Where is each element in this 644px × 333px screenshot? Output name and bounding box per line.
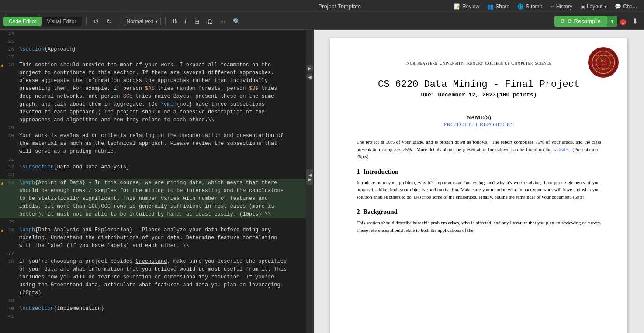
expand-left-button[interactable]: ◀ bbox=[306, 73, 313, 80]
layout-icon: ▣ bbox=[580, 3, 585, 10]
italic-button[interactable]: I bbox=[182, 16, 189, 27]
expand-right-button[interactable]: ▶ bbox=[306, 65, 313, 72]
recompile-button[interactable]: ⟳ ⟳ Recompile bbox=[554, 16, 607, 27]
table-row: 33 bbox=[0, 171, 306, 179]
pdf-divider-2 bbox=[357, 103, 601, 103]
layout-chevron-icon: ▾ bbox=[604, 3, 607, 10]
toolbar-separator-3 bbox=[165, 17, 166, 26]
toolbar-separator-2 bbox=[119, 17, 119, 26]
table-row: 40 \subsection{Implementation} bbox=[0, 305, 306, 312]
pdf-section-2-text: This section should describe how this pr… bbox=[357, 219, 601, 233]
line-number: ▲28 bbox=[0, 61, 17, 69]
line-number: 40 bbox=[0, 305, 17, 312]
table-row: 39 bbox=[0, 297, 306, 305]
review-icon: 📝 bbox=[454, 3, 460, 10]
main-area: 24 25 26 \section{Approach} 27 ▲28 This … bbox=[0, 30, 644, 333]
table-button[interactable]: ⊞ bbox=[192, 16, 202, 27]
pdf-title: CS 6220 Data Mining - Final Project bbox=[357, 79, 601, 90]
layout-button[interactable]: ▣ Layout ▾ bbox=[578, 3, 609, 10]
line-content: \subsection{Implementation} bbox=[17, 305, 306, 312]
line-number: 35 bbox=[0, 218, 17, 226]
chat-button[interactable]: 💬 Cha... bbox=[612, 3, 640, 10]
line-content: \subsection{Data and Data Analysis} bbox=[17, 163, 306, 171]
table-row: 35 bbox=[0, 218, 306, 226]
history-button[interactable]: ↩ History bbox=[547, 3, 575, 10]
omega-button[interactable]: Ω bbox=[205, 16, 215, 27]
line-number: 27 bbox=[0, 53, 17, 61]
table-row: 24 bbox=[0, 30, 306, 38]
svg-text:NORTHEASTERN: NORTHEASTERN bbox=[595, 55, 612, 57]
editor-divider: ▶ ◀ ◀▶ bbox=[306, 30, 314, 333]
undo-button[interactable]: ↺ bbox=[91, 16, 101, 27]
download-button[interactable]: ⬇ bbox=[630, 15, 641, 27]
text-style-select[interactable]: Normal text ▾ bbox=[124, 17, 161, 26]
search-button[interactable]: 🔍 bbox=[230, 16, 243, 27]
line-number: 30 bbox=[0, 132, 17, 140]
code-editor-pane[interactable]: 24 25 26 \section{Approach} 27 ▲28 This … bbox=[0, 30, 306, 333]
line-number: 39 bbox=[0, 297, 17, 305]
pdf-section-1-text: Introduce us to your problem, why it's i… bbox=[357, 179, 601, 201]
table-row: 30 Your work is evaluated on criteria re… bbox=[0, 132, 306, 155]
app-title: Project-Template bbox=[228, 3, 451, 10]
website-link[interactable]: website bbox=[553, 147, 568, 152]
line-number: 41 bbox=[0, 312, 17, 320]
line-content: If you're choosing a project besides Gre… bbox=[17, 257, 306, 297]
line-content: \section{Approach} bbox=[17, 45, 306, 53]
chat-icon: 💬 bbox=[615, 3, 621, 10]
bold-button[interactable]: B bbox=[170, 16, 179, 27]
table-row: 27 bbox=[0, 53, 306, 61]
table-row: 32 \subsection{Data and Data Analysis} bbox=[0, 163, 306, 171]
pdf-divider-1 bbox=[357, 70, 601, 70]
submit-button[interactable]: 🌐 Submit bbox=[515, 3, 544, 10]
code-lines: 24 25 26 \section{Approach} 27 ▲28 This … bbox=[0, 30, 306, 320]
table-row: 31 bbox=[0, 155, 306, 163]
recompile-group: ⟳ ⟳ Recompile ▾ 1 ⬇ bbox=[554, 15, 641, 27]
line-number: 31 bbox=[0, 155, 17, 163]
line-content: \emph{Data Analysis and Exploration} - P… bbox=[17, 226, 306, 250]
toolbar: Code Editor Visual Editor ↺ ↻ Normal tex… bbox=[0, 13, 644, 30]
line-number: 32 bbox=[0, 163, 17, 171]
share-button[interactable]: 👥 Share bbox=[485, 3, 512, 10]
more-button[interactable]: ··· bbox=[217, 16, 228, 27]
svg-text:NU: NU bbox=[601, 58, 606, 62]
code-editor-tab[interactable]: Code Editor bbox=[3, 17, 42, 26]
line-number: 29 bbox=[0, 124, 17, 132]
dropdown-chevron-icon: ▾ bbox=[155, 18, 158, 24]
table-row: ▲34 \emph{Amount of Data} - In this cour… bbox=[0, 179, 306, 218]
svg-text:1898: 1898 bbox=[601, 63, 606, 65]
pdf-intro-text: The project is 10% of your grade, and is… bbox=[357, 138, 601, 160]
preview-pane: NORTHEASTERN BOSTON·MASS NU 1898 Northea… bbox=[314, 30, 644, 333]
line-content: \emph{Amount of Data} - In this course, … bbox=[17, 179, 306, 218]
table-row: 25 bbox=[0, 38, 306, 45]
line-number: 24 bbox=[0, 30, 17, 38]
table-row: 29 bbox=[0, 124, 306, 132]
table-row: 26 \section{Approach} bbox=[0, 45, 306, 53]
svg-text:BOSTON·MASS: BOSTON·MASS bbox=[596, 68, 611, 70]
recompile-dropdown-button[interactable]: ▾ bbox=[607, 16, 617, 27]
history-icon: ↩ bbox=[550, 3, 554, 10]
table-row: ▲28 This section should provide the meat… bbox=[0, 61, 306, 124]
collapse-handle-button[interactable]: ◀▶ bbox=[306, 169, 313, 185]
editor-tab-group: Code Editor Visual Editor bbox=[3, 17, 82, 26]
review-button[interactable]: 📝 Review bbox=[451, 3, 482, 10]
recompile-icon: ⟳ bbox=[561, 18, 565, 24]
pdf-git-repo: PROJECT GIT REPOSITORY bbox=[357, 121, 601, 128]
pdf-names-label: NAME(S) bbox=[357, 114, 601, 121]
pdf-section-1-heading: 1 Introduction bbox=[357, 168, 601, 175]
visual-editor-tab[interactable]: Visual Editor bbox=[42, 17, 81, 26]
line-number: 38 bbox=[0, 257, 17, 265]
line-number: 26 bbox=[0, 45, 17, 53]
notification-badge: 1 bbox=[620, 19, 626, 25]
pdf-page: NORTHEASTERN BOSTON·MASS NU 1898 Northea… bbox=[330, 38, 627, 333]
table-row: 41 bbox=[0, 312, 306, 320]
line-content: Your work is evaluated on criteria relat… bbox=[17, 132, 306, 155]
redo-button[interactable]: ↻ bbox=[104, 16, 114, 27]
table-row: 38 If you're choosing a project besides … bbox=[0, 257, 306, 297]
line-number: 33 bbox=[0, 171, 17, 179]
notification-button[interactable]: 1 bbox=[617, 16, 630, 27]
share-icon: 👥 bbox=[487, 3, 494, 10]
university-seal: NORTHEASTERN BOSTON·MASS NU 1898 bbox=[588, 47, 619, 78]
line-number: ▲36 bbox=[0, 226, 17, 234]
submit-icon: 🌐 bbox=[517, 3, 524, 10]
toolbar-separator-1 bbox=[86, 17, 87, 26]
